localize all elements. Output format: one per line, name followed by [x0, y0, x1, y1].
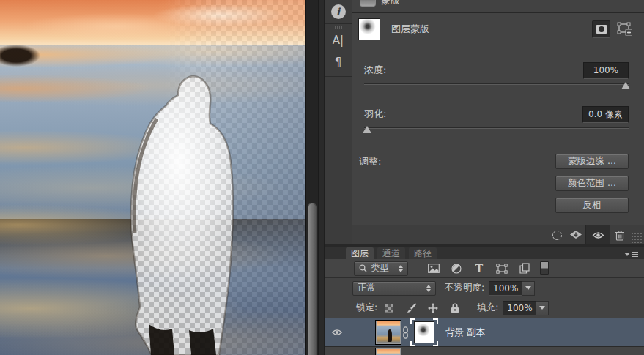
- character-panel-button[interactable]: A|: [325, 29, 352, 51]
- delete-mask-button[interactable]: [610, 225, 629, 244]
- mask-edge-button[interactable]: 蒙版边缘 ...: [555, 154, 629, 169]
- fill-dropdown-button[interactable]: [536, 301, 549, 315]
- invert-button[interactable]: 反相: [555, 198, 629, 213]
- feather-value-input[interactable]: 0.0 像素: [582, 106, 629, 123]
- type-layer-filter-button[interactable]: T: [473, 262, 486, 275]
- visibility-eye-icon: [331, 329, 343, 336]
- paragraph-icon: ¶: [335, 56, 342, 69]
- smart-object-filter-button[interactable]: [518, 262, 531, 275]
- load-selection-button[interactable]: [547, 225, 566, 244]
- lock-row: 锁定:: [325, 298, 644, 318]
- apply-mask-button[interactable]: [566, 225, 585, 244]
- layers-panel: 图层 通道 路径 类型: [325, 247, 644, 355]
- mask-link-chain-icon[interactable]: [402, 326, 409, 339]
- mask-panel-footer: [352, 225, 644, 244]
- layer-row-background-copy[interactable]: 背景 副本: [325, 318, 644, 347]
- selection-corner-icon: [410, 318, 415, 324]
- density-slider-track[interactable]: [364, 83, 629, 85]
- dock-divider: [319, 0, 325, 355]
- lock-all-icon: [451, 303, 459, 313]
- feather-slider-thumb[interactable]: [363, 126, 371, 133]
- delete-mask-trash-icon: [615, 230, 625, 241]
- lock-position-icon: [427, 302, 439, 314]
- fill-input[interactable]: 100%: [503, 301, 536, 315]
- mask-visibility-button[interactable]: [585, 225, 610, 244]
- layer-thumbnail[interactable]: [376, 348, 401, 355]
- layers-tab-bar: 图层 通道 路径: [325, 247, 644, 259]
- info-panel-button[interactable]: i: [325, 0, 352, 24]
- layer-thumbnail[interactable]: [376, 321, 401, 344]
- layer-visibility-cell[interactable]: [325, 347, 349, 355]
- vector-mask-add-icon[interactable]: [617, 22, 632, 36]
- feather-slider[interactable]: [364, 124, 629, 135]
- feather-slider-track[interactable]: [364, 127, 629, 129]
- blend-mode-row: 正常 不透明度: 100%: [325, 278, 644, 298]
- filter-toggle-switch[interactable]: [540, 261, 549, 275]
- layer-mask-thumbnail-selected[interactable]: [410, 318, 438, 346]
- panel-resize-grip[interactable]: [632, 233, 643, 244]
- adjust-label: 调整:: [359, 154, 381, 213]
- layer-mask-thumbnail[interactable]: [414, 321, 434, 343]
- lock-transparency-icon: [385, 304, 393, 313]
- selection-corner-icon: [433, 318, 438, 324]
- density-slider-thumb[interactable]: [621, 82, 630, 89]
- mask-properties-panel: 蒙版 图层蒙版: [352, 0, 644, 244]
- paragraph-panel-button[interactable]: ¶: [325, 51, 352, 73]
- menu-lines-icon: [632, 252, 638, 257]
- canvas-vertical-scrollbar[interactable]: [306, 0, 319, 355]
- lock-position-button[interactable]: [427, 302, 439, 314]
- spinner-arrows-icon: [399, 265, 403, 272]
- pixel-mask-button[interactable]: [592, 20, 610, 38]
- search-icon: [359, 264, 367, 272]
- tab-channels[interactable]: 通道: [377, 247, 405, 259]
- fill-label: 填充:: [477, 302, 498, 314]
- density-control: 浓度: 100%: [352, 61, 644, 91]
- color-range-button[interactable]: 颜色范围 ...: [555, 176, 629, 191]
- lock-label: 锁定:: [356, 302, 377, 314]
- panel-dock: i A| ¶ 蒙版 图层蒙版: [325, 0, 644, 355]
- selection-corner-icon: [410, 341, 415, 346]
- pixel-layer-filter-icon: [428, 264, 440, 273]
- adjustment-layer-filter-icon: [451, 264, 462, 274]
- properties-header-partial[interactable]: 蒙版: [352, 0, 644, 13]
- feather-control: 羽化: 0.0 像素: [352, 105, 644, 135]
- blend-mode-select[interactable]: 正常: [352, 281, 436, 296]
- lock-pixels-brush-icon: [406, 302, 417, 313]
- shape-layer-filter-button[interactable]: [495, 262, 508, 275]
- density-slider[interactable]: [364, 81, 629, 91]
- lock-pixels-button[interactable]: [405, 302, 417, 314]
- layer-list: 背景 副本: [325, 318, 644, 355]
- layer-visibility-cell[interactable]: [325, 318, 349, 346]
- smart-object-filter-icon: [519, 263, 530, 274]
- opacity-dropdown-button[interactable]: [522, 281, 535, 296]
- tab-layers[interactable]: 图层: [346, 247, 374, 259]
- layer-name: 背景 副本: [445, 326, 485, 339]
- menu-triangle-icon: [624, 253, 630, 256]
- mask-visibility-eye-icon: [592, 231, 604, 239]
- collapsed-panel-strip: i A| ¶: [325, 0, 352, 244]
- lock-all-button[interactable]: [449, 302, 461, 314]
- document-canvas[interactable]: [0, 0, 306, 355]
- layer-filter-row: 类型: [325, 259, 644, 278]
- scrollbar-thumb[interactable]: [308, 203, 317, 355]
- shape-layer-filter-icon: [496, 264, 508, 274]
- layer-row-background-partial[interactable]: [325, 347, 644, 355]
- density-value-input[interactable]: 100%: [583, 62, 629, 79]
- mask-thumbnail[interactable]: [358, 18, 380, 40]
- lock-transparency-button[interactable]: [383, 302, 395, 314]
- filter-kind-value: 类型: [371, 262, 389, 274]
- adjustment-layer-filter-button[interactable]: [450, 262, 463, 275]
- pixel-layer-filter-button[interactable]: [427, 262, 440, 275]
- panel-menu-button[interactable]: [624, 252, 638, 257]
- properties-header-tab: 蒙版: [381, 0, 400, 7]
- type-layer-filter-icon: T: [475, 263, 483, 274]
- pixel-mask-icon: [596, 25, 607, 34]
- opacity-input[interactable]: 100%: [489, 281, 522, 296]
- spinner-arrows-icon: [426, 285, 431, 292]
- adjust-section: 调整: 蒙版边缘 ... 颜色范围 ... 反相: [352, 154, 644, 213]
- density-label: 浓度:: [364, 64, 386, 77]
- filter-kind-combo[interactable]: 类型: [354, 261, 408, 276]
- load-selection-icon: [552, 231, 562, 240]
- mask-panel-header-icon: [360, 0, 376, 7]
- tab-paths[interactable]: 路径: [409, 247, 437, 259]
